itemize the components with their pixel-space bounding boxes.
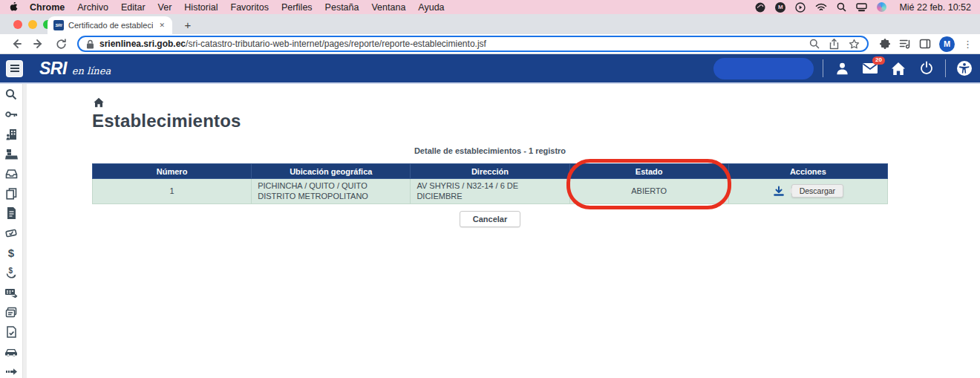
reading-list-icon[interactable] xyxy=(899,39,911,49)
new-tab-button[interactable]: + xyxy=(181,19,195,31)
cancel-button[interactable]: Cancelar xyxy=(460,211,520,227)
sri-logo-text: SRI xyxy=(39,59,67,79)
column-header-estado: Estado xyxy=(569,164,728,179)
column-header-ubicacion: Ubicación geográfica xyxy=(252,164,411,179)
accessibility-icon[interactable] xyxy=(955,59,974,78)
establishments-table: Número Ubicación geográfica Dirección Es… xyxy=(92,163,888,204)
main-panel: Establecimientos Detalle de establecimie… xyxy=(27,84,980,378)
download-tooltip: Descargar xyxy=(791,184,843,198)
power-icon[interactable] xyxy=(917,59,936,78)
left-sidebar: $ $ xyxy=(0,84,22,378)
search-icon[interactable] xyxy=(5,88,17,101)
mail-icon[interactable]: 20 xyxy=(860,59,880,78)
refund-dollar-icon[interactable]: $ xyxy=(5,267,17,279)
url-bar[interactable]: srienlinea.sri.gob.ec/sri-catastro-tribu… xyxy=(77,36,869,52)
mail-badge: 20 xyxy=(872,56,885,65)
creative-cloud-icon[interactable] xyxy=(755,2,765,13)
download-icon[interactable] xyxy=(773,186,785,197)
user-name-pill xyxy=(713,58,814,79)
minimize-window-button[interactable] xyxy=(28,20,37,29)
tab-strip: SRI Certificado de establecimiento ✕ + xyxy=(0,14,980,34)
sri-header-banner: SRI en línea 20 xyxy=(0,54,980,84)
documents-icon[interactable] xyxy=(6,187,17,200)
home-icon[interactable] xyxy=(889,59,908,78)
url-path: /sri-catastro-tributario-web-internet/pa… xyxy=(186,39,486,49)
cell-numero: 1 xyxy=(93,179,252,204)
apple-icon[interactable] xyxy=(9,2,18,13)
breadcrumb-home-icon[interactable] xyxy=(93,97,105,108)
profile-avatar[interactable]: M xyxy=(939,36,955,52)
menubar-app-chrome[interactable]: Chrome xyxy=(30,2,65,13)
browser-toolbar: srienlinea.sri.gob.ec/sri-catastro-tribu… xyxy=(0,34,980,54)
svg-text:$: $ xyxy=(9,267,13,275)
column-header-direccion: Dirección xyxy=(411,164,569,179)
document-check-icon[interactable] xyxy=(7,326,16,339)
content-area: $ $ Establecimientos Detalle de establec… xyxy=(0,84,980,378)
column-header-numero: Número xyxy=(93,164,252,179)
side-panel-icon[interactable] xyxy=(919,39,931,49)
forward-icon[interactable] xyxy=(30,35,48,53)
menubar-item-favoritos[interactable]: Favoritos xyxy=(231,2,269,13)
page-title: Establecimientos xyxy=(92,111,241,131)
cell-ubicacion: PICHINCHA / QUITO / QUITO DISTRITO METRO… xyxy=(252,179,411,204)
banner-divider xyxy=(823,59,823,77)
close-window-button[interactable] xyxy=(13,20,22,29)
user-icon[interactable] xyxy=(832,59,852,78)
column-header-acciones: Acciones xyxy=(728,164,887,179)
cell-direccion: AV SHYRIS / N32-14 / 6 DE DICIEMBRE xyxy=(411,179,569,204)
tab-title: Certificado de establecimiento xyxy=(68,21,153,30)
document-icon[interactable] xyxy=(7,207,16,220)
menu-hamburger-icon[interactable] xyxy=(6,60,23,77)
table-header-row: Número Ubicación geográfica Dirección Es… xyxy=(93,164,888,179)
menubar-item-ventana[interactable]: Ventana xyxy=(371,2,405,13)
inbox-tray-icon[interactable] xyxy=(5,168,18,180)
play-app-icon[interactable] xyxy=(795,2,806,13)
dollar-icon[interactable]: $ xyxy=(8,247,14,259)
table-caption: Detalle de establecimientos - 1 registro xyxy=(92,146,888,155)
tab-close-icon[interactable]: ✕ xyxy=(157,22,166,29)
bookmark-star-icon[interactable] xyxy=(849,39,860,50)
payment-keypad-icon[interactable] xyxy=(4,287,18,299)
cell-estado: ABIERTO xyxy=(569,179,728,204)
sri-logo[interactable]: SRI en línea xyxy=(39,59,111,79)
banner-divider xyxy=(945,59,946,77)
exit-arrow-icon[interactable] xyxy=(5,365,17,378)
spotlight-search-icon[interactable] xyxy=(837,2,846,12)
url-text[interactable]: srienlinea.sri.gob.ec/sri-catastro-tribu… xyxy=(99,39,804,49)
printer-copies-icon[interactable] xyxy=(5,306,17,319)
back-icon[interactable] xyxy=(7,35,25,53)
wifi-icon[interactable] xyxy=(815,3,827,12)
table-row: 1 PICHINCHA / QUITO / QUITO DISTRITO MET… xyxy=(93,179,888,204)
m-app-icon[interactable]: M xyxy=(775,2,785,13)
lock-icon[interactable] xyxy=(86,39,94,49)
share-icon[interactable] xyxy=(829,39,839,50)
menubar-item-historial[interactable]: Historial xyxy=(184,2,218,13)
menubar-item-editar[interactable]: Editar xyxy=(121,2,146,13)
reload-icon[interactable] xyxy=(52,35,70,53)
registry-building-icon[interactable] xyxy=(6,128,17,140)
menubar-clock[interactable]: Mié 22 feb. 10:52 xyxy=(899,2,971,13)
control-center-dot-icon[interactable] xyxy=(877,2,886,12)
menubar-item-archivo[interactable]: Archivo xyxy=(77,2,108,13)
menubar-item-pestana[interactable]: Pestaña xyxy=(325,2,359,13)
sri-logo-tagline: en línea xyxy=(72,65,111,76)
cell-acciones: Descargar xyxy=(728,179,887,204)
key-icon[interactable] xyxy=(5,108,18,121)
macos-menubar: Chrome Archivo Editar Ver Historial Favo… xyxy=(0,0,980,14)
extensions-puzzle-icon[interactable] xyxy=(879,38,891,50)
voucher-check-icon[interactable] xyxy=(4,227,18,239)
url-host: srienlinea.sri.gob.ec xyxy=(99,39,186,49)
menubar-item-perfiles[interactable]: Perfiles xyxy=(281,2,313,13)
search-in-page-icon[interactable] xyxy=(809,39,820,49)
menubar-item-ayuda[interactable]: Ayuda xyxy=(418,2,444,13)
browser-tab[interactable]: SRI Certificado de establecimiento ✕ xyxy=(48,16,172,34)
sri-favicon: SRI xyxy=(53,20,64,30)
menubar-item-ver[interactable]: Ver xyxy=(158,2,172,13)
vehicle-icon[interactable] xyxy=(4,346,18,359)
browser-menu-icon[interactable]: ⋮ xyxy=(963,39,973,50)
cash-register-icon[interactable] xyxy=(5,148,18,160)
display-icon[interactable] xyxy=(856,3,867,12)
